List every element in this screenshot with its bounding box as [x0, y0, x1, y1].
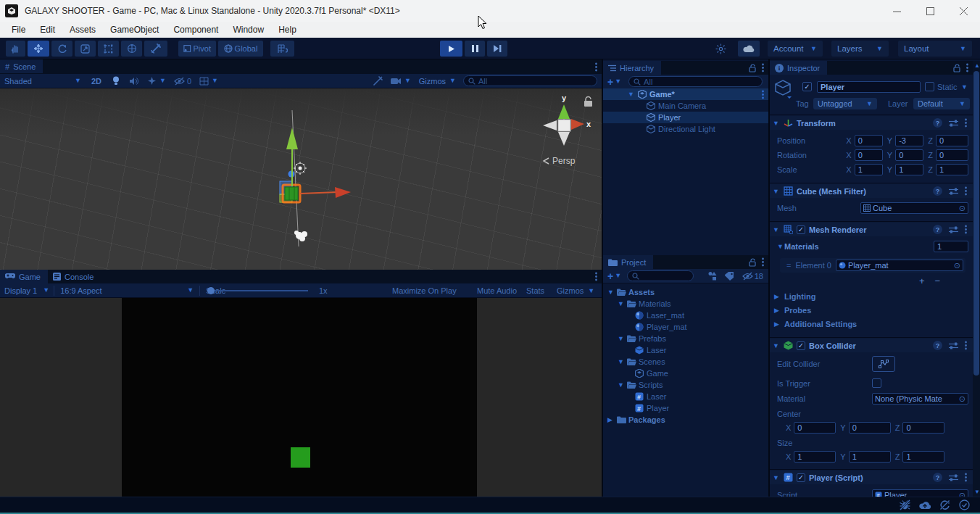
menu-gameobject[interactable]: GameObject [103, 25, 166, 35]
position-z-field[interactable]: 0 [936, 135, 968, 146]
presets-icon[interactable] [949, 119, 958, 128]
menu-edit[interactable]: Edit [33, 25, 62, 35]
component-enabled-checkbox[interactable]: ✓ [797, 225, 805, 234]
presets-icon[interactable] [949, 341, 958, 350]
object-picker-icon[interactable]: ⊙ [959, 491, 966, 497]
project-item-scenes[interactable]: ▼ Scenes [603, 356, 768, 368]
shading-mode-dropdown[interactable]: Shaded▼ [0, 77, 86, 86]
rotation-y-field[interactable]: 0 [895, 149, 923, 161]
kebab-menu-icon[interactable] [595, 272, 597, 281]
scale-x-field[interactable]: 1 [855, 164, 883, 175]
remove-element-button[interactable]: − [935, 275, 941, 286]
center-z-field[interactable]: 0 [902, 422, 944, 434]
menu-assets[interactable]: Assets [62, 25, 103, 35]
object-picker-icon[interactable]: ⊙ [959, 394, 966, 404]
help-icon[interactable]: ? [933, 118, 942, 128]
object-picker-icon[interactable]: ⊙ [959, 204, 966, 213]
hidden-packages-toggle[interactable]: 18 [742, 272, 763, 281]
foldout-open-icon[interactable]: ▼ [618, 300, 625, 307]
static-dropdown-icon[interactable]: ▼ [961, 84, 968, 91]
help-icon[interactable]: ? [933, 225, 942, 234]
mesh-filter-component-header[interactable]: ▼ Cube (Mesh Filter) ? [770, 184, 973, 198]
presets-icon[interactable] [949, 187, 958, 196]
foldout-open-icon[interactable]: ▼ [618, 358, 625, 365]
kebab-menu-icon[interactable] [762, 257, 764, 267]
game-viewport[interactable] [0, 298, 602, 497]
scene-lighting-toggle[interactable] [107, 76, 125, 86]
project-item-laser-mat[interactable]: Laser_mat [603, 310, 768, 321]
hierarchy-scene-row[interactable]: ▼ Game* [603, 88, 768, 100]
scene-effects-dropdown[interactable]: ▼ [144, 77, 170, 86]
menu-file[interactable]: File [4, 25, 33, 35]
scene-search-input[interactable]: All [463, 75, 597, 86]
scroll-up-icon[interactable]: ▲ [974, 62, 980, 69]
minimize-button[interactable] [880, 0, 913, 22]
menu-help[interactable]: Help [271, 25, 304, 35]
aspect-ratio-dropdown[interactable]: 16:9 Aspect▼ [54, 286, 199, 295]
menu-window[interactable]: Window [225, 25, 271, 35]
active-checkbox[interactable]: ✓ [802, 82, 812, 91]
kebab-menu-icon[interactable] [965, 118, 967, 128]
material-element-row[interactable]: = Element 0 Player_mat ⊙ [780, 258, 966, 273]
tab-project[interactable]: Project [603, 255, 653, 269]
project-item-prefabs[interactable]: ▼ Prefabs [603, 333, 768, 344]
component-enabled-checkbox[interactable]: ✓ [797, 473, 805, 482]
scrollbar-thumb[interactable] [973, 71, 979, 376]
pause-button[interactable] [465, 41, 485, 57]
persp-label[interactable]: Persp [544, 156, 576, 166]
help-icon[interactable]: ? [933, 341, 942, 350]
project-item-materials[interactable]: ▼ Materials [603, 298, 768, 310]
hierarchy-search-input[interactable]: All [628, 76, 763, 87]
kebab-menu-icon[interactable] [965, 473, 967, 482]
search-by-label-icon[interactable] [725, 272, 734, 281]
add-gameobject-button[interactable]: +▼ [603, 76, 626, 88]
project-search-input[interactable] [627, 270, 694, 281]
lock-icon[interactable] [749, 258, 756, 267]
lock-icon[interactable] [749, 64, 756, 72]
render-doc-icon[interactable] [711, 41, 730, 57]
rotation-lock-icon[interactable] [584, 97, 592, 107]
move-tool-button[interactable] [28, 41, 49, 57]
search-by-type-icon[interactable] [707, 271, 717, 281]
center-x-field[interactable]: 0 [794, 422, 836, 434]
additional-settings-foldout[interactable]: ▶ Additional Settings [774, 320, 857, 328]
physic-material-field[interactable]: None (Physic Mate ⊙ [872, 393, 968, 405]
script-object-field[interactable]: # Player ⊙ [872, 489, 968, 497]
stats-toggle[interactable]: Stats [520, 283, 550, 298]
add-asset-button[interactable]: +▼ [603, 270, 626, 282]
scale-y-field[interactable]: 1 [895, 164, 923, 175]
scene-camera-dropdown[interactable]: ▼ [387, 78, 415, 85]
project-item-player-mat[interactable]: Player_mat [603, 321, 768, 333]
gameobject-icon[interactable] [775, 80, 792, 99]
size-y-field[interactable]: 1 [849, 451, 891, 463]
mesh-renderer-component-header[interactable]: ▼ ✓ Mesh Renderer ? [770, 223, 973, 236]
scale-slider-track[interactable] [207, 290, 308, 291]
mesh-object-field[interactable]: Cube ⊙ [860, 202, 968, 214]
foldout-open-icon[interactable]: ▼ [607, 289, 615, 296]
display-dropdown[interactable]: Display 1▼ [0, 286, 54, 295]
component-enabled-checkbox[interactable]: ✓ [797, 341, 805, 350]
kebab-menu-icon[interactable] [595, 62, 597, 72]
box-collider-component-header[interactable]: ▼ ✓ Box Collider ? [770, 339, 973, 352]
inspector-scrollbar[interactable]: ▲ ▼ [973, 61, 980, 497]
tab-inspector[interactable]: i Inspector [770, 61, 827, 75]
size-x-field[interactable]: 1 [794, 451, 836, 463]
foldout-open-icon[interactable]: ▼ [618, 381, 625, 389]
mute-audio-toggle[interactable]: Mute Audio [471, 283, 523, 298]
orientation-gizmo[interactable]: y x [543, 94, 591, 146]
pivot-toggle-button[interactable]: Pivot [178, 41, 216, 57]
rotation-z-field[interactable]: 0 [936, 149, 968, 161]
transform-component-header[interactable]: ▼ Transform ? [770, 116, 973, 130]
foldout-open-icon[interactable]: ▼ [773, 474, 780, 481]
layer-dropdown[interactable]: Default▼ [913, 98, 970, 109]
hierarchy-item-main-camera[interactable]: Main Camera [603, 100, 768, 112]
kebab-menu-icon[interactable] [762, 90, 764, 99]
foldout-open-icon[interactable]: ▼ [773, 120, 780, 127]
drag-handle-icon[interactable]: = [782, 261, 795, 270]
layers-dropdown[interactable]: Layers▼ [831, 41, 889, 57]
close-button[interactable] [947, 0, 980, 22]
scale-slider-knob[interactable] [207, 287, 215, 294]
help-icon[interactable]: ? [933, 473, 942, 482]
project-item-laser-script[interactable]: # Laser [603, 391, 768, 402]
scene-visibility-toggle[interactable]: 0 [170, 77, 196, 86]
